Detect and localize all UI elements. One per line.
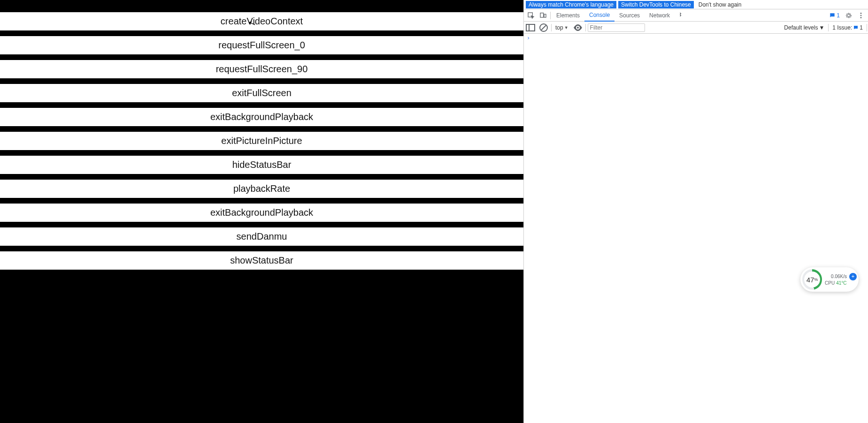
cpu-label: CPU [825, 280, 835, 286]
context-selector[interactable]: top ▼ [553, 24, 570, 31]
tab-sources[interactable]: Sources [615, 9, 645, 22]
separator [585, 24, 586, 31]
context-value: top [555, 24, 563, 31]
issues-indicator[interactable]: 1 Issue: 1 [830, 24, 865, 31]
more-tabs-icon[interactable] [675, 9, 687, 22]
download-arrow-icon [825, 274, 830, 279]
separator [867, 24, 867, 31]
tab-network[interactable]: Network [645, 9, 675, 22]
button-label: exitPictureInPicture [221, 136, 302, 146]
console-prompt-icon: › [527, 35, 530, 41]
svg-point-10 [577, 27, 579, 29]
button-label: hideStatusBar [232, 159, 292, 170]
svg-point-3 [860, 13, 862, 14]
filter-input[interactable] [588, 23, 645, 32]
devtools-tabstrip: Elements Console Sources Network 1 [524, 9, 868, 22]
svg-line-9 [541, 25, 546, 30]
net-speed: 0.06K/s [831, 274, 847, 279]
button-label: createVideoContext [221, 16, 303, 27]
more-menu-icon[interactable] [855, 9, 867, 22]
issues-count: 1 [860, 24, 863, 31]
api-button-requestFullScreen-90[interactable]: requestFullScreen_90 [0, 60, 523, 78]
button-label: exitBackgroundPlayback [210, 207, 313, 218]
system-stats: 0.06K/s + CPU 41°C [825, 273, 857, 286]
percent-symbol: % [814, 277, 818, 282]
svg-rect-6 [526, 24, 535, 31]
preview-pane[interactable]: createVideoContext requestFullScreen_0 r… [0, 0, 523, 423]
api-button-exitFullScreen[interactable]: exitFullScreen [0, 84, 523, 102]
button-label: showStatusBar [230, 255, 293, 266]
dont-show-again-button[interactable]: Don't show again [696, 1, 745, 8]
svg-rect-2 [544, 14, 546, 17]
button-label: playbackRate [233, 183, 290, 194]
button-label: sendDanmu [237, 231, 287, 242]
api-button-hideStatusBar[interactable]: hideStatusBar [0, 156, 523, 174]
api-button-createVideoContext[interactable]: createVideoContext [0, 12, 523, 30]
chevron-down-icon: ▼ [564, 25, 568, 30]
api-button-exitBackgroundPlayback-2[interactable]: exitBackgroundPlayback [0, 204, 523, 222]
sidebar-toggle-icon[interactable] [525, 22, 536, 33]
always-match-language-button[interactable]: Always match Chrome's language [526, 1, 616, 8]
api-button-requestFullScreen-0[interactable]: requestFullScreen_0 [0, 36, 523, 54]
button-label: exitBackgroundPlayback [210, 112, 313, 122]
preview-filler [0, 275, 523, 416]
svg-point-4 [860, 15, 862, 16]
api-button-exitPictureInPicture[interactable]: exitPictureInPicture [0, 132, 523, 150]
add-widget-icon[interactable]: + [849, 273, 857, 280]
button-label: exitFullScreen [232, 88, 292, 98]
log-levels-selector[interactable]: Default levels ▼ [782, 24, 826, 31]
system-monitor-widget[interactable]: 47% 0.06K/s + CPU 41°C [800, 267, 859, 292]
clear-console-icon[interactable] [538, 22, 549, 33]
api-button-exitBackgroundPlayback[interactable]: exitBackgroundPlayback [0, 108, 523, 126]
device-toolbar-icon[interactable] [537, 9, 549, 22]
inspect-element-icon[interactable] [525, 9, 537, 22]
usage-percent: 47 [807, 276, 814, 284]
button-label: requestFullScreen_90 [216, 64, 308, 75]
levels-label: Default levels [784, 24, 818, 31]
console-toolbar: top ▼ Default levels ▼ 1 Issue: 1 [524, 22, 868, 34]
chevron-down-icon: ▼ [819, 24, 824, 31]
svg-point-5 [860, 17, 862, 18]
live-expression-icon[interactable] [572, 22, 584, 33]
tab-console[interactable]: Console [584, 9, 615, 22]
api-button-showStatusBar[interactable]: showStatusBar [0, 251, 523, 270]
api-button-playbackRate[interactable]: playbackRate [0, 180, 523, 198]
issues-label: 1 Issue: [832, 24, 852, 31]
devtools-panel: Always match Chrome's language Switch De… [523, 0, 868, 423]
message-count-badge[interactable]: 1 [826, 12, 843, 19]
usage-value: 47% [804, 272, 820, 287]
separator [828, 24, 829, 31]
separator [551, 24, 552, 31]
settings-icon[interactable] [843, 9, 855, 22]
switch-to-chinese-button[interactable]: Switch DevTools to Chinese [618, 1, 694, 8]
api-button-sendDanmu[interactable]: sendDanmu [0, 227, 523, 246]
svg-rect-1 [540, 13, 544, 17]
button-label: requestFullScreen_0 [218, 40, 305, 51]
message-count-value: 1 [837, 12, 840, 19]
separator [550, 12, 551, 19]
cpu-temp: 41°C [836, 280, 846, 286]
usage-ring: 47% [802, 269, 822, 290]
console-body[interactable]: › [524, 34, 868, 423]
language-infobar: Always match Chrome's language Switch De… [524, 0, 868, 9]
tab-elements[interactable]: Elements [552, 9, 584, 22]
